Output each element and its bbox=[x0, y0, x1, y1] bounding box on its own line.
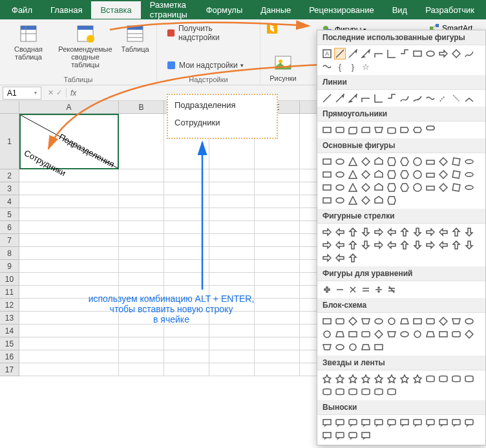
row-header-11[interactable]: 11 bbox=[0, 286, 19, 299]
shape-icon[interactable] bbox=[386, 284, 397, 295]
shape-icon[interactable] bbox=[425, 239, 436, 251]
shape-icon[interactable] bbox=[463, 418, 475, 429]
cell[interactable] bbox=[19, 169, 119, 182]
tab-file[interactable]: Файл bbox=[3, 1, 41, 19]
shape-icon[interactable] bbox=[347, 284, 359, 295]
shape-icon[interactable] bbox=[373, 328, 385, 340]
shape-icon[interactable] bbox=[373, 239, 385, 251]
cell[interactable] bbox=[164, 363, 209, 376]
row-header-12[interactable]: 12 bbox=[0, 299, 19, 312]
shape-icon[interactable] bbox=[438, 182, 449, 193]
shape-icon[interactable] bbox=[373, 195, 385, 206]
cell[interactable] bbox=[19, 221, 119, 234]
shape-icon[interactable] bbox=[360, 284, 372, 295]
shape-icon[interactable] bbox=[463, 239, 475, 251]
shape-icon[interactable] bbox=[347, 373, 359, 385]
row-header-8[interactable]: 8 bbox=[0, 247, 19, 260]
shape-icon[interactable] bbox=[360, 373, 372, 385]
shape-icon[interactable] bbox=[373, 124, 385, 136]
cell[interactable] bbox=[164, 195, 209, 208]
shape-icon[interactable] bbox=[438, 239, 449, 251]
shape-icon[interactable] bbox=[347, 195, 359, 206]
cell[interactable] bbox=[119, 234, 164, 247]
shape-icon[interactable] bbox=[425, 328, 436, 340]
cell[interactable] bbox=[209, 234, 255, 247]
shape-icon[interactable] bbox=[360, 431, 372, 442]
cell[interactable] bbox=[209, 182, 255, 195]
shape-icon[interactable] bbox=[450, 226, 462, 238]
shape-rbrace-icon[interactable]: } bbox=[347, 61, 359, 72]
shape-icon[interactable] bbox=[360, 195, 372, 206]
select-all-corner[interactable] bbox=[0, 101, 19, 114]
shape-icon[interactable] bbox=[334, 373, 346, 385]
row-header-5[interactable]: 5 bbox=[0, 208, 19, 221]
cell[interactable] bbox=[119, 221, 164, 234]
cell[interactable] bbox=[164, 273, 209, 286]
shape-icon[interactable] bbox=[321, 373, 333, 385]
cell[interactable] bbox=[209, 273, 255, 286]
shape-icon[interactable] bbox=[334, 124, 346, 136]
shape-star-icon[interactable]: ☆ bbox=[360, 61, 372, 72]
shape-icon[interactable] bbox=[360, 328, 372, 340]
cell[interactable] bbox=[119, 114, 164, 169]
shape-icon[interactable] bbox=[321, 156, 333, 167]
shape-icon[interactable] bbox=[412, 92, 423, 104]
shape-icon[interactable] bbox=[347, 341, 359, 353]
cell[interactable] bbox=[209, 221, 255, 234]
shape-icon[interactable] bbox=[425, 315, 436, 327]
cell[interactable] bbox=[255, 350, 300, 363]
fx-label[interactable]: fx bbox=[66, 89, 80, 98]
shape-icon[interactable] bbox=[334, 92, 346, 104]
shape-freeform1-icon[interactable] bbox=[463, 48, 475, 59]
shape-icon[interactable] bbox=[321, 315, 333, 327]
get-addins-button[interactable]: Получить надстройки bbox=[162, 22, 255, 44]
cell[interactable] bbox=[119, 247, 164, 260]
shape-icon[interactable] bbox=[347, 124, 359, 136]
shape-icon[interactable] bbox=[412, 169, 423, 180]
shape-icon[interactable] bbox=[438, 156, 449, 167]
shape-icon[interactable] bbox=[463, 315, 475, 327]
cell[interactable] bbox=[119, 363, 164, 376]
cell[interactable] bbox=[164, 350, 209, 363]
shape-icon[interactable] bbox=[412, 226, 423, 238]
cell[interactable] bbox=[119, 169, 164, 182]
shape-icon[interactable] bbox=[347, 431, 359, 442]
shape-icon[interactable] bbox=[399, 418, 410, 429]
shape-icon[interactable] bbox=[399, 239, 410, 251]
shape-icon[interactable] bbox=[450, 315, 462, 327]
row-header-6[interactable]: 6 bbox=[0, 221, 19, 234]
shape-icon[interactable] bbox=[386, 92, 397, 104]
shape-icon[interactable] bbox=[373, 341, 385, 353]
shape-freeform2-icon[interactable] bbox=[321, 61, 333, 72]
cell[interactable] bbox=[119, 208, 164, 221]
enter-icon[interactable]: ✓ bbox=[56, 89, 62, 97]
shape-icon[interactable] bbox=[321, 328, 333, 340]
shape-icon[interactable] bbox=[334, 182, 346, 193]
shape-doublearrow-icon[interactable] bbox=[360, 48, 372, 59]
shape-icon[interactable] bbox=[321, 431, 333, 442]
shape-icon[interactable] bbox=[386, 226, 397, 238]
shape-icon[interactable] bbox=[321, 92, 333, 104]
cell[interactable] bbox=[19, 195, 119, 208]
shape-icon[interactable] bbox=[321, 195, 333, 206]
shape-icon[interactable] bbox=[463, 226, 475, 238]
shape-icon[interactable] bbox=[463, 156, 475, 167]
bing-icon[interactable] bbox=[266, 22, 301, 35]
row-header-7[interactable]: 7 bbox=[0, 234, 19, 247]
row-header-9[interactable]: 9 bbox=[0, 260, 19, 273]
row-header-16[interactable]: 16 bbox=[0, 350, 19, 363]
shape-icon[interactable] bbox=[321, 239, 333, 251]
shape-icon[interactable] bbox=[321, 124, 333, 136]
shape-icon[interactable] bbox=[425, 226, 436, 238]
shape-icon[interactable] bbox=[386, 418, 397, 429]
shape-icon[interactable] bbox=[347, 182, 359, 193]
shape-icon[interactable] bbox=[412, 418, 423, 429]
shape-icon[interactable] bbox=[360, 182, 372, 193]
cell[interactable] bbox=[209, 325, 255, 337]
cell[interactable] bbox=[164, 208, 209, 221]
shape-icon[interactable] bbox=[334, 169, 346, 180]
shape-icon[interactable] bbox=[321, 226, 333, 238]
shape-icon[interactable] bbox=[438, 328, 449, 340]
shape-icon[interactable] bbox=[347, 226, 359, 238]
cell[interactable] bbox=[19, 350, 119, 363]
